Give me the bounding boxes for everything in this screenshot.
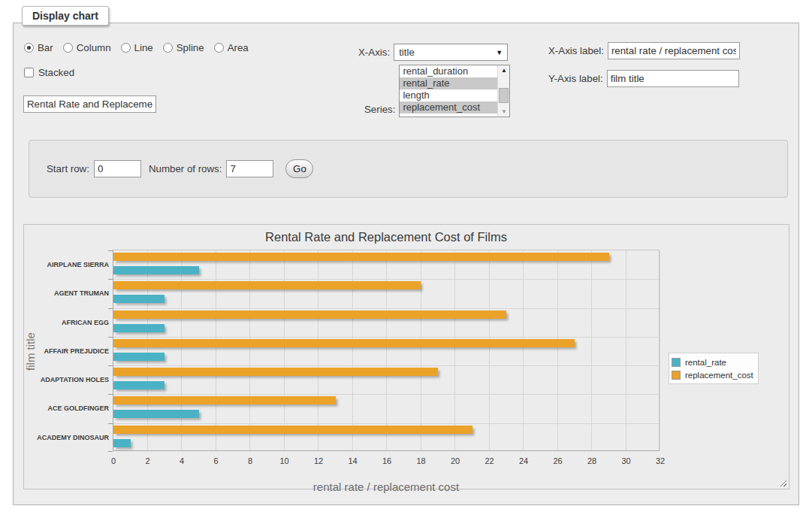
x-tick-label: 8 xyxy=(239,456,261,465)
radio-icon[interactable] xyxy=(214,43,224,53)
y-axis-label-input[interactable] xyxy=(607,70,739,87)
x-tick-label: 2 xyxy=(137,456,159,465)
legend-swatch xyxy=(672,371,681,380)
gridline-x xyxy=(421,250,421,450)
gridline-x xyxy=(386,250,387,450)
gridline-x xyxy=(352,250,353,450)
y-tick-mark xyxy=(108,365,113,366)
series-listbox[interactable]: rental_durationrental_ratelengthreplacem… xyxy=(399,65,510,117)
gridline-y xyxy=(113,394,659,395)
num-rows-label: Number of rows: xyxy=(149,163,222,174)
series-option-replacement_cost[interactable]: replacement_cost xyxy=(400,101,497,114)
scroll-down-icon[interactable]: ▼ xyxy=(498,107,509,117)
stacked-checkbox-row[interactable]: Stacked xyxy=(24,67,74,78)
gridline-x xyxy=(147,250,148,450)
bar-replacement_cost-airplane-sierra xyxy=(113,253,609,261)
x-axis-select-row: X-Axis: title ▼ xyxy=(358,44,508,61)
category-label: ADAPTATION HOLES xyxy=(31,376,109,383)
x-tick-label: 14 xyxy=(342,456,364,465)
bar-rental_rate-ace-goldfinger xyxy=(113,410,199,418)
chart-type-radio-group: BarColumnLineSplineArea xyxy=(24,42,258,53)
radio-label: Line xyxy=(134,42,153,53)
chart-title-input[interactable] xyxy=(23,95,156,113)
bar-rental_rate-airplane-sierra xyxy=(113,266,199,274)
y-tick-mark xyxy=(108,451,113,452)
radio-label: Column xyxy=(77,42,111,53)
x-tick-label: 22 xyxy=(478,456,501,465)
gridline-x xyxy=(523,250,524,450)
radio-icon[interactable] xyxy=(63,43,73,53)
gridline-x xyxy=(216,250,216,450)
gridline-x xyxy=(591,250,592,450)
series-options: rental_durationrental_ratelengthreplacem… xyxy=(400,65,497,117)
gridline-y xyxy=(113,337,659,338)
chart-legend: rental_ratereplacement_cost xyxy=(669,353,759,384)
gridline-x xyxy=(181,250,182,450)
chart-type-option-area[interactable]: Area xyxy=(214,42,249,53)
fieldset-legend: Display chart xyxy=(22,6,109,26)
stacked-checkbox[interactable] xyxy=(24,68,34,77)
resize-handle[interactable] xyxy=(778,478,786,486)
chart-type-option-bar[interactable]: Bar xyxy=(24,42,53,53)
num-rows-input[interactable] xyxy=(226,160,273,177)
y-axis-label-row: Y-Axis label: xyxy=(548,70,739,87)
series-option-length[interactable]: length xyxy=(400,89,497,101)
x-axis-label-input[interactable] xyxy=(608,42,740,59)
gridline-x xyxy=(557,250,558,450)
x-axis-select[interactable]: title ▼ xyxy=(394,44,508,61)
bar-rental_rate-agent-truman xyxy=(113,295,165,303)
gridline-x xyxy=(660,250,660,450)
x-tick-label: 0 xyxy=(102,456,125,465)
x-tick-label: 26 xyxy=(547,456,569,465)
x-tick-label: 28 xyxy=(581,456,603,465)
x-tick-label: 30 xyxy=(615,456,638,465)
start-row-input[interactable] xyxy=(94,160,141,177)
plot-area: 02468101214161820222426283032AIRPLANE SI… xyxy=(113,250,660,451)
category-label: AFFAIR PREJUDICE xyxy=(31,347,109,355)
y-tick-mark xyxy=(108,308,113,309)
go-button[interactable]: Go xyxy=(285,159,313,178)
bar-rental_rate-academy-dinosaur xyxy=(113,439,131,447)
series-select-row: Series: rental_durationrental_ratelength… xyxy=(364,65,510,117)
series-option-rental_duration[interactable]: rental_duration xyxy=(400,65,497,77)
y-axis-label-label: Y-Axis label: xyxy=(548,73,603,84)
legend-swatch xyxy=(672,358,681,367)
bar-rental_rate-affair-prejudice xyxy=(113,353,165,361)
radio-icon[interactable] xyxy=(163,43,173,53)
category-label: AFRICAN EGG xyxy=(31,319,109,326)
series-select-label: Series: xyxy=(364,104,395,115)
start-row-label: Start row: xyxy=(47,163,89,174)
x-tick-label: 12 xyxy=(307,456,330,465)
x-tick-label: 4 xyxy=(171,456,193,465)
scroll-up-icon[interactable]: ▲ xyxy=(498,65,509,75)
listbox-scrollbar[interactable]: ▲ ▼ xyxy=(497,65,509,117)
series-option-rental_rate[interactable]: rental_rate xyxy=(400,77,497,89)
chart-x-axis-label: rental rate / replacement cost xyxy=(113,480,660,493)
x-tick-label: 32 xyxy=(649,456,672,465)
scrollbar-track[interactable] xyxy=(498,75,509,107)
bar-rental_rate-adaptation-holes xyxy=(113,381,165,389)
scrollbar-thumb[interactable] xyxy=(499,88,509,103)
y-tick-mark xyxy=(108,279,113,280)
category-label: AGENT TRUMAN xyxy=(31,289,109,297)
gridline-y xyxy=(113,279,659,280)
gridline-y xyxy=(113,308,659,309)
x-axis-selected-value: title xyxy=(399,47,496,58)
gridline-x xyxy=(284,250,285,450)
chart-type-option-column[interactable]: Column xyxy=(63,42,111,53)
bar-replacement_cost-agent-truman xyxy=(113,281,421,289)
chart-type-option-spline[interactable]: Spline xyxy=(163,42,204,53)
chart-y-axis-label: film title xyxy=(24,239,37,465)
row-range-panel: Start row: Number of rows: Go xyxy=(29,140,788,198)
chevron-down-icon[interactable]: ▼ xyxy=(496,49,503,56)
radio-icon[interactable] xyxy=(24,43,34,53)
display-chart-fieldset: Display chart BarColumnLineSplineArea St… xyxy=(13,23,799,505)
chart-type-option-line[interactable]: Line xyxy=(121,42,153,53)
x-tick-label: 24 xyxy=(512,456,535,465)
radio-icon[interactable] xyxy=(121,43,131,53)
chart-title: Rental Rate and Replacement Cost of Film… xyxy=(113,230,660,244)
y-tick-mark xyxy=(108,250,113,251)
gridline-x xyxy=(318,250,318,450)
chart-container: Rental Rate and Replacement Cost of Film… xyxy=(23,224,789,489)
x-tick-label: 10 xyxy=(273,456,296,465)
